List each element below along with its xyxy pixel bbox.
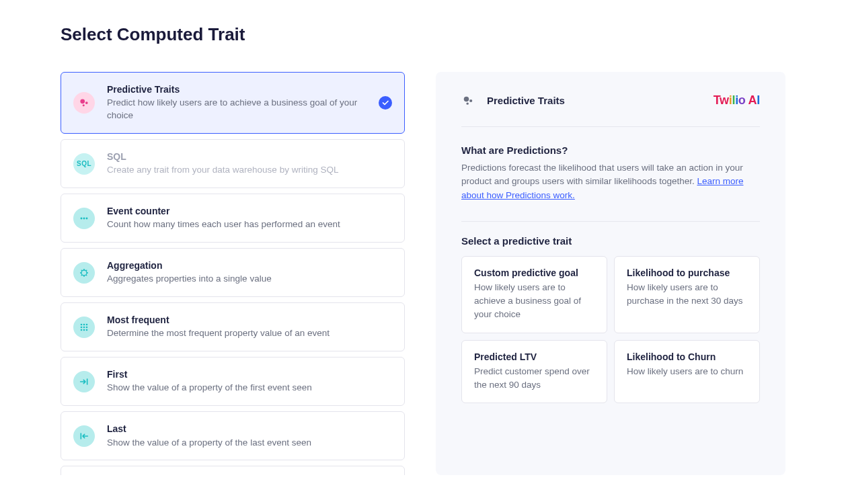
svg-point-1 bbox=[85, 101, 88, 104]
predictive-options-grid: Custom predictive goal How likely users … bbox=[461, 256, 760, 403]
trait-desc: Create any trait from your data warehous… bbox=[107, 164, 392, 177]
option-likelihood-purchase[interactable]: Likelihood to purchase How likely users … bbox=[614, 256, 760, 333]
svg-point-18 bbox=[467, 102, 469, 104]
option-desc: How likely users are to achieve a busine… bbox=[474, 281, 594, 322]
trait-title: Aggregation bbox=[107, 259, 392, 271]
panel-header: Predictive Traits Twilio AI bbox=[461, 93, 760, 127]
counter-icon bbox=[73, 208, 95, 229]
predictive-icon bbox=[461, 94, 475, 108]
arrow-right-to-line-icon bbox=[73, 371, 95, 392]
trait-desc: Predict how likely users are to achieve … bbox=[107, 97, 371, 122]
svg-point-4 bbox=[83, 217, 85, 219]
svg-point-0 bbox=[80, 99, 85, 103]
trait-item-last[interactable]: Last Show the value of a property of the… bbox=[61, 411, 405, 460]
page-title: Select Computed Trait bbox=[61, 24, 785, 45]
trait-title: Last bbox=[107, 423, 392, 435]
panel-title: Predictive Traits bbox=[487, 95, 565, 106]
trait-title: Predictive Traits bbox=[107, 83, 371, 95]
svg-point-13 bbox=[81, 329, 83, 331]
svg-point-11 bbox=[83, 326, 85, 328]
option-likelihood-churn[interactable]: Likelihood to Churn How likely users are… bbox=[614, 340, 760, 404]
option-desc: How likely users are to churn bbox=[627, 365, 747, 378]
predictive-icon bbox=[73, 92, 95, 114]
trait-title: SQL bbox=[107, 151, 392, 163]
divider bbox=[461, 221, 760, 222]
svg-point-9 bbox=[86, 323, 88, 325]
trait-item-sql: SQL SQL Create any trait from your data … bbox=[61, 139, 405, 188]
svg-point-3 bbox=[81, 217, 83, 219]
trait-item-frequent[interactable]: Most frequent Determine the most frequen… bbox=[61, 302, 405, 351]
option-predicted-ltv[interactable]: Predicted LTV Predict customer spend ove… bbox=[461, 340, 607, 404]
sql-icon: SQL bbox=[73, 153, 95, 175]
trait-title: First bbox=[107, 368, 392, 380]
svg-point-5 bbox=[86, 217, 88, 219]
svg-point-12 bbox=[86, 326, 88, 328]
details-panel: Predictive Traits Twilio AI What are Pre… bbox=[436, 72, 785, 475]
trait-desc: Aggregates properties into a single valu… bbox=[107, 273, 392, 286]
trait-item-unique[interactable]: Unique list bbox=[61, 466, 405, 475]
selected-check-icon bbox=[379, 96, 392, 110]
svg-point-14 bbox=[83, 329, 85, 331]
trait-item-first[interactable]: First Show the value of a property of th… bbox=[61, 357, 405, 406]
what-body: Predictions forecast the likelihood that… bbox=[461, 161, 760, 202]
trait-desc: Show the value of a property of the firs… bbox=[107, 382, 392, 394]
svg-point-7 bbox=[81, 323, 83, 325]
option-custom-goal[interactable]: Custom predictive goal How likely users … bbox=[461, 256, 607, 333]
option-title: Likelihood to purchase bbox=[627, 267, 747, 278]
trait-item-aggregation[interactable]: Aggregation Aggregates properties into a… bbox=[61, 248, 405, 297]
grid-icon bbox=[73, 317, 95, 338]
svg-point-16 bbox=[464, 96, 469, 101]
trait-list-column: Predictive Traits Predict how likely use… bbox=[61, 72, 410, 475]
what-heading: What are Predictions? bbox=[461, 144, 760, 156]
trait-desc: Count how many times each user has perfo… bbox=[107, 218, 392, 231]
svg-point-8 bbox=[83, 323, 85, 325]
trait-list-scroll[interactable]: Predictive Traits Predict how likely use… bbox=[61, 72, 410, 475]
twilio-ai-brand: Twilio AI bbox=[714, 93, 760, 108]
trait-desc: Determine the most frequent property val… bbox=[107, 327, 392, 340]
arrow-left-to-line-icon bbox=[73, 425, 95, 447]
option-title: Custom predictive goal bbox=[474, 267, 594, 278]
svg-point-2 bbox=[83, 104, 85, 106]
option-desc: Predict customer spend over the next 90 … bbox=[474, 365, 594, 392]
svg-point-10 bbox=[81, 326, 83, 328]
option-desc: How likely users are to purchase in the … bbox=[627, 281, 747, 308]
trait-title: Event counter bbox=[107, 205, 392, 217]
svg-point-15 bbox=[86, 329, 88, 331]
svg-point-17 bbox=[469, 99, 472, 101]
svg-point-6 bbox=[81, 270, 87, 276]
aggregation-icon bbox=[73, 262, 95, 284]
trait-item-counter[interactable]: Event counter Count how many times each … bbox=[61, 194, 405, 243]
option-title: Predicted LTV bbox=[474, 351, 594, 362]
trait-item-predictive[interactable]: Predictive Traits Predict how likely use… bbox=[61, 72, 405, 134]
trait-desc: Show the value of a property of the last… bbox=[107, 437, 392, 450]
select-heading: Select a predictive trait bbox=[461, 235, 760, 247]
option-title: Likelihood to Churn bbox=[627, 351, 747, 362]
trait-title: Most frequent bbox=[107, 314, 392, 326]
